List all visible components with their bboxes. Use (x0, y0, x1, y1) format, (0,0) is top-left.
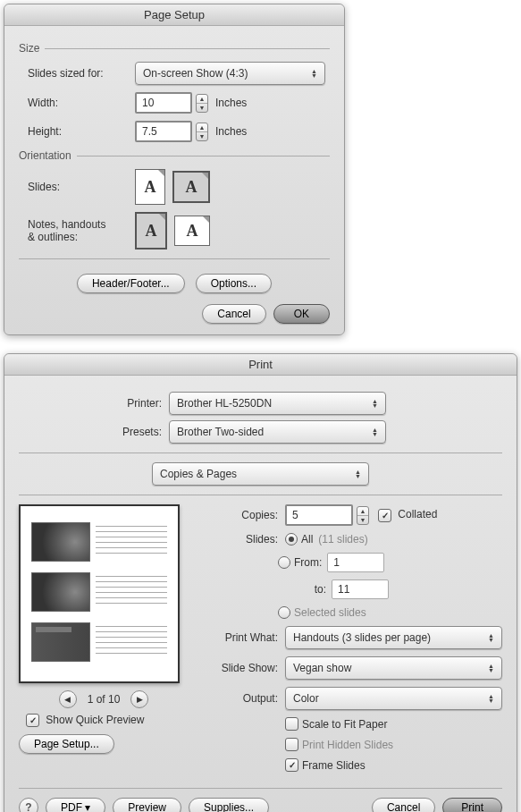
print-what-select[interactable]: Handouts (3 slides per page) ▲▼ (285, 626, 502, 649)
page-setup-dialog: Page Setup Size Slides sized for: On-scr… (4, 4, 345, 335)
page-setup-cancel-button[interactable]: Cancel (202, 304, 265, 324)
lines-thumb-icon (96, 626, 167, 658)
slides-sized-for-select[interactable]: On-screen Show (4:3) ▲▼ (135, 62, 325, 85)
presets-value: Brother Two-sided (177, 426, 264, 438)
dropdown-arrows-icon: ▲▼ (488, 694, 494, 703)
preview-panel: ◀ 1 of 10 ▶ Show Quick Preview Page Setu… (19, 504, 189, 779)
dropdown-arrows-icon: ▲▼ (311, 69, 317, 78)
slides-all-label: All (301, 533, 313, 546)
print-options: Copies: ▲▼ Collated Slides: All (11 slid… (206, 504, 502, 779)
height-label: Height: (19, 125, 135, 138)
slide-thumb-icon (31, 622, 90, 662)
width-label: Width: (19, 97, 135, 109)
presets-select[interactable]: Brother Two-sided ▲▼ (169, 420, 386, 444)
quick-preview-checkbox[interactable] (26, 714, 39, 727)
slides-orient-label: Slides: (19, 181, 135, 193)
slide-thumb-icon (31, 522, 90, 562)
slides-selected-radio[interactable] (278, 606, 290, 619)
selected-slides-label: Selected slides (294, 606, 366, 619)
print-title: Print (4, 354, 517, 376)
frame-label: Frame Slides (302, 759, 366, 772)
options-button[interactable]: Options... (196, 274, 272, 293)
print-dialog: Print Printer: Brother HL-5250DN ▲▼ Pres… (4, 353, 517, 812)
to-label: to: (292, 583, 326, 596)
slides-all-radio[interactable] (285, 533, 298, 546)
preview-prev-button[interactable]: ◀ (59, 690, 77, 708)
print-button[interactable]: Print (442, 798, 502, 812)
from-input[interactable] (327, 553, 384, 572)
dropdown-arrows-icon: ▲▼ (488, 633, 494, 642)
supplies-button[interactable]: Supplies... (189, 798, 269, 812)
lines-thumb-icon (96, 526, 167, 558)
scale-checkbox[interactable] (285, 717, 298, 731)
width-unit: Inches (215, 97, 247, 109)
height-input[interactable] (135, 121, 192, 142)
help-button[interactable]: ? (19, 798, 38, 812)
panel-select[interactable]: Copies & Pages ▲▼ (152, 462, 369, 486)
printer-select[interactable]: Brother HL-5250DN ▲▼ (169, 392, 386, 415)
size-label: Size (19, 42, 39, 55)
slide-show-value: Vegan show (293, 662, 351, 674)
print-what-label: Print What: (206, 631, 285, 644)
notes-portrait-icon[interactable]: A (135, 212, 167, 250)
notes-landscape-icon[interactable]: A (174, 216, 210, 246)
hidden-label: Print Hidden Slides (302, 739, 393, 751)
presets-label: Presets: (19, 426, 169, 438)
hidden-checkbox[interactable] (285, 738, 298, 751)
slides-all-count: (11 slides) (318, 533, 367, 546)
width-input[interactable] (135, 92, 192, 114)
output-value: Color (293, 692, 319, 705)
slides-sized-for-value: On-screen Show (4:3) (143, 67, 248, 80)
output-label: Output: (206, 692, 285, 705)
dropdown-arrows-icon: ▲▼ (488, 664, 494, 672)
width-stepper[interactable]: ▲▼ (196, 94, 208, 113)
to-input[interactable] (332, 579, 389, 599)
notes-orient-label: Notes, handouts & outlines: (19, 218, 135, 243)
slide-thumb-icon (31, 572, 90, 612)
print-cancel-button[interactable]: Cancel (372, 798, 435, 812)
header-footer-button[interactable]: Header/Footer... (77, 274, 185, 293)
pdf-button[interactable]: PDF ▾ (46, 798, 105, 812)
slides-portrait-icon[interactable]: A (135, 169, 165, 205)
from-label: From: (294, 556, 322, 569)
orientation-section: Orientation (19, 149, 330, 162)
size-section: Size (19, 42, 330, 55)
preview-page-thumb (19, 504, 180, 683)
slides-label: Slides: (206, 533, 285, 546)
slides-sized-for-label: Slides sized for: (19, 67, 135, 80)
height-unit: Inches (215, 125, 247, 138)
panel-value: Copies & Pages (160, 468, 237, 480)
slide-show-label: Slide Show: (206, 662, 285, 674)
page-setup-title: Page Setup (4, 4, 344, 26)
copies-stepper[interactable]: ▲▼ (357, 506, 369, 525)
print-what-value: Handouts (3 slides per page) (293, 631, 431, 644)
frame-checkbox[interactable] (285, 758, 298, 772)
dropdown-arrows-icon: ▲▼ (372, 399, 378, 408)
scale-label: Scale to Fit Paper (302, 718, 387, 731)
preview-button[interactable]: Preview (113, 798, 181, 812)
preview-next-button[interactable]: ▶ (130, 690, 148, 708)
pager-text: 1 of 10 (88, 693, 121, 706)
orientation-label: Orientation (19, 149, 71, 162)
dropdown-arrows-icon: ▲▼ (372, 427, 378, 436)
output-select[interactable]: Color ▲▼ (285, 687, 502, 710)
printer-value: Brother HL-5250DN (177, 397, 272, 410)
copies-label: Copies: (206, 509, 285, 521)
slide-show-select[interactable]: Vegan show ▲▼ (285, 656, 502, 680)
page-setup-ok-button[interactable]: OK (273, 304, 330, 324)
printer-label: Printer: (19, 397, 169, 410)
quick-preview-label: Show Quick Preview (46, 714, 144, 726)
collated-checkbox[interactable] (378, 509, 391, 522)
height-stepper[interactable]: ▲▼ (196, 123, 208, 141)
slides-from-radio[interactable] (278, 556, 290, 569)
lines-thumb-icon (96, 576, 167, 608)
collated-label: Collated (398, 508, 437, 520)
page-setup-button[interactable]: Page Setup... (19, 734, 114, 754)
dropdown-arrows-icon: ▲▼ (355, 469, 361, 478)
copies-input[interactable] (285, 504, 353, 526)
slides-landscape-icon[interactable]: A (172, 171, 210, 203)
